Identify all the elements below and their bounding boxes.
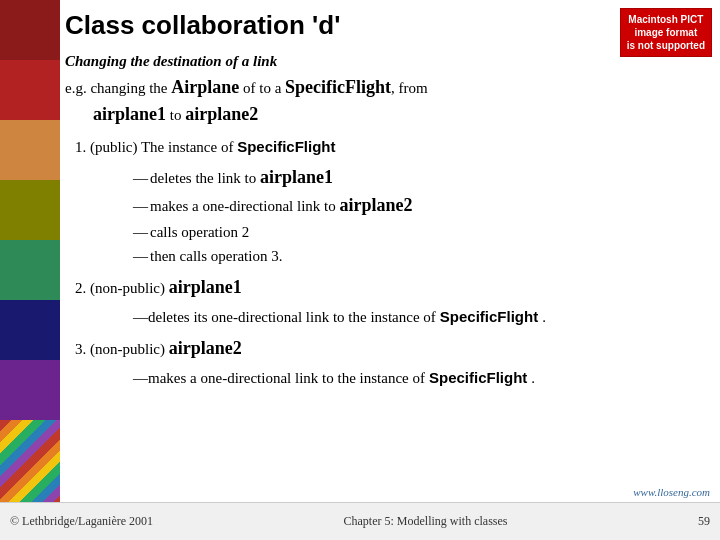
www-link: www.lloseng.com <box>633 486 710 498</box>
bar-olive <box>0 180 60 240</box>
eg-line: e.g. changing the Airplane of to a Speci… <box>65 74 710 128</box>
sub-1-4: —then calls operation 3. <box>133 244 710 268</box>
airplane-label: Airplane <box>171 77 239 97</box>
main-content: Class collaboration 'd' Changing the des… <box>65 10 710 500</box>
sub-1-3: —calls operation 2 <box>133 220 710 244</box>
list-item-3: 3. (non-public) airplane2 <box>75 335 710 362</box>
slide-title: Class collaboration 'd' <box>65 10 710 41</box>
list-item-1-subs: —deletes the link to airplane1 —makes a … <box>103 163 710 269</box>
footer-chapter: Chapter 5: Modelling with classes <box>344 514 508 529</box>
airplane2-label: airplane2 <box>185 104 258 124</box>
list-item-2-subs: —deletes its one-directional link to the… <box>103 305 710 329</box>
bar-red <box>0 0 60 60</box>
bar-darkred <box>0 60 60 120</box>
airplane1-label: airplane1 <box>93 104 166 124</box>
airplane1-ref2: airplane1 <box>169 277 242 297</box>
bar-brown <box>0 120 60 180</box>
bar-navy <box>0 300 60 360</box>
footer: © Lethbridge/Laganière 2001 Chapter 5: M… <box>0 502 720 540</box>
list-item-1: 1. (public) The instance of SpecificFlig… <box>75 136 710 159</box>
airplane1-ref: airplane1 <box>260 167 333 187</box>
slide: Macintosh PICTimage formatis not support… <box>0 0 720 540</box>
footer-page: 59 <box>698 514 710 529</box>
airplane2-ref2: airplane2 <box>169 338 242 358</box>
bar-teal <box>0 240 60 300</box>
specificflight-label: SpecificFlight <box>285 77 391 97</box>
subtitle: Changing the destination of a link <box>65 53 710 70</box>
airplane2-ref: airplane2 <box>340 195 413 215</box>
specificflight-ref3: SpecificFlight <box>429 366 527 390</box>
sub-2-1: —deletes its one-directional link to the… <box>133 305 710 329</box>
list: 1. (public) The instance of SpecificFlig… <box>75 136 710 390</box>
sub-1-2: —makes a one-directional link to airplan… <box>133 191 710 220</box>
sub-3-1: —makes a one-directional link to the ins… <box>133 366 710 390</box>
specificflight-ref1: SpecificFlight <box>237 138 335 155</box>
specificflight-ref2: SpecificFlight <box>440 305 538 329</box>
list-item-3-subs: —makes a one-directional link to the ins… <box>103 366 710 390</box>
footer-copyright: © Lethbridge/Laganière 2001 <box>10 514 153 529</box>
left-bar <box>0 0 60 540</box>
sub-1-1: —deletes the link to airplane1 <box>133 163 710 192</box>
list-item-2: 2. (non-public) airplane1 <box>75 274 710 301</box>
bar-purple <box>0 360 60 420</box>
